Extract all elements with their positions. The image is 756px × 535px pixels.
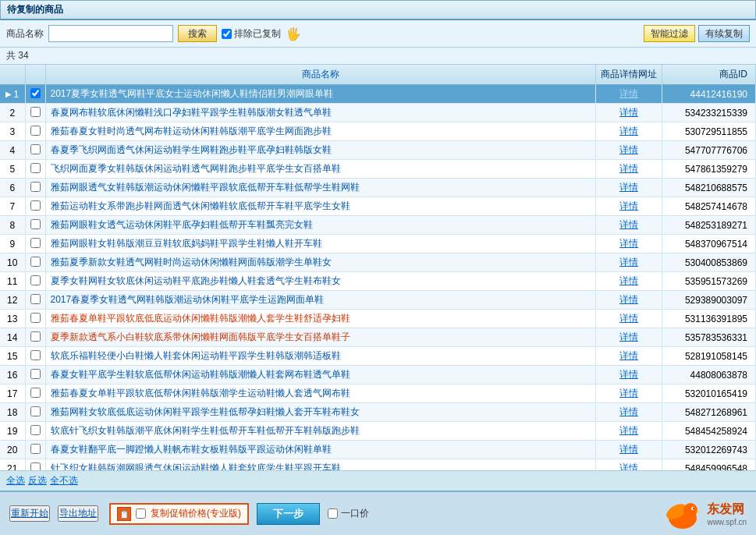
row-checkbox[interactable] — [30, 350, 41, 360]
product-name-input[interactable] — [48, 25, 173, 42]
table-row[interactable]: 20春夏女鞋翻平底一脚蹬懒人鞋帆布鞋女板鞋韩版平跟运动休闲鞋单鞋详情532012… — [0, 441, 756, 459]
detail-link[interactable]: 详情 — [619, 219, 638, 230]
row-checkbox-cell[interactable] — [25, 216, 45, 235]
table-row[interactable]: 17雅茹春夏女单鞋平跟软底低帮休闲鞋韩版潮学生运动鞋懒人套透气网布鞋详情5320… — [0, 384, 756, 403]
row-checkbox[interactable] — [30, 107, 41, 117]
table-row[interactable]: 2春夏网布鞋软底休闲懒鞋浅口孕妇鞋平跟学生鞋韩版潮女鞋透气单鞋详情5342332… — [0, 104, 756, 122]
detail-link[interactable]: 详情 — [619, 313, 638, 324]
row-checkbox-cell[interactable] — [25, 85, 45, 104]
row-detail-link-cell[interactable]: 详情 — [596, 104, 662, 122]
row-detail-link-cell[interactable]: 详情 — [596, 291, 662, 310]
detail-link[interactable]: 详情 — [619, 425, 638, 436]
row-checkbox[interactable] — [30, 444, 41, 454]
row-detail-link-cell[interactable]: 详情 — [596, 328, 662, 347]
row-checkbox[interactable] — [30, 313, 41, 323]
next-step-button[interactable]: 下一步 — [257, 503, 320, 525]
table-row[interactable]: 21针飞织女鞋韩版潮网眼透气休闲运动鞋懒人鞋套软底学生鞋平跟开车鞋详情54845… — [0, 459, 756, 471]
detail-link[interactable]: 详情 — [619, 350, 638, 361]
table-row[interactable]: ▶ 12017夏季女鞋透气网鞋平底女士运动休闲懒人鞋情侣鞋男潮网眼单鞋详情444… — [0, 85, 756, 104]
restart-button[interactable]: 重新开始 — [9, 505, 50, 522]
row-checkbox-cell[interactable] — [25, 141, 45, 160]
row-checkbox[interactable] — [30, 238, 41, 248]
row-checkbox[interactable] — [30, 294, 41, 304]
row-checkbox[interactable] — [30, 88, 41, 98]
detail-link[interactable]: 详情 — [619, 294, 638, 305]
row-checkbox[interactable] — [30, 275, 41, 285]
select-none-button[interactable]: 全不选 — [50, 474, 78, 487]
table-row[interactable]: 7雅茹运动鞋女系带跑步鞋网面透气休闲懒鞋软底低帮开车鞋平底学生女鞋详情54825… — [0, 197, 756, 216]
detail-link[interactable]: 详情 — [619, 182, 638, 193]
row-detail-link-cell[interactable]: 详情 — [596, 85, 662, 104]
row-detail-link-cell[interactable]: 详情 — [596, 366, 662, 384]
row-detail-link-cell[interactable]: 详情 — [596, 441, 662, 459]
table-row[interactable]: 122017春夏季女鞋透气网鞋韩版潮运动休闲鞋平底学生运跑网面单鞋详情52938… — [0, 291, 756, 310]
row-checkbox-cell[interactable] — [25, 403, 45, 422]
row-detail-link-cell[interactable]: 详情 — [596, 403, 662, 422]
table-row[interactable]: 13雅茹春夏单鞋平跟软底低底运动休闲懒鞋韩版潮懒人套学生鞋舒适孕妇鞋详情5311… — [0, 310, 756, 328]
row-detail-link-cell[interactable]: 详情 — [596, 216, 662, 235]
row-checkbox[interactable] — [30, 257, 41, 267]
row-detail-link-cell[interactable]: 详情 — [596, 197, 662, 216]
export-button[interactable]: 导出地址 — [58, 505, 98, 522]
detail-link[interactable]: 详情 — [619, 406, 638, 417]
table-row[interactable]: 18雅茹网鞋女软底低底运动休闲鞋平跟学生鞋低帮孕妇鞋懒人套开车鞋布鞋女详情548… — [0, 403, 756, 422]
row-detail-link-cell[interactable]: 详情 — [596, 272, 662, 291]
detail-link[interactable]: 详情 — [619, 238, 638, 249]
detail-link[interactable]: 详情 — [619, 107, 638, 118]
copy-price-checkbox[interactable] — [136, 508, 146, 519]
row-detail-link-cell[interactable]: 详情 — [596, 384, 662, 403]
row-checkbox[interactable] — [30, 462, 41, 471]
detail-link[interactable]: 详情 — [619, 331, 638, 342]
smart-filter-button[interactable]: 智能过滤 — [644, 25, 695, 42]
table-row[interactable]: 4春夏季飞织网面透气休闲运动鞋学生网鞋跑步鞋平底孕妇鞋韩版女鞋详情5477077… — [0, 141, 756, 160]
select-all-button[interactable]: 全选 — [6, 474, 25, 487]
table-container[interactable]: 商品名称 商品详情网址 商品ID ▶ 12017夏季女鞋透气网鞋平底女士运动休闲… — [0, 65, 756, 470]
row-checkbox-cell[interactable] — [25, 235, 45, 253]
detail-link[interactable]: 详情 — [619, 369, 638, 380]
copy-again-button[interactable]: 有续复制 — [698, 25, 750, 42]
row-checkbox-cell[interactable] — [25, 160, 45, 179]
row-checkbox-cell[interactable] — [25, 328, 45, 347]
one-price-checkbox[interactable] — [328, 508, 338, 519]
row-checkbox-cell[interactable] — [25, 310, 45, 328]
row-detail-link-cell[interactable]: 详情 — [596, 141, 662, 160]
detail-link[interactable]: 详情 — [619, 163, 638, 174]
row-checkbox[interactable] — [30, 331, 41, 342]
search-button[interactable]: 搜索 — [178, 25, 217, 42]
row-checkbox[interactable] — [30, 126, 41, 136]
row-detail-link-cell[interactable]: 详情 — [596, 160, 662, 179]
row-checkbox-cell[interactable] — [25, 197, 45, 216]
row-checkbox-cell[interactable] — [25, 104, 45, 122]
detail-link[interactable]: 详情 — [619, 444, 638, 455]
row-checkbox-cell[interactable] — [25, 291, 45, 310]
row-detail-link-cell[interactable]: 详情 — [596, 253, 662, 272]
invert-button[interactable]: 反选 — [28, 474, 47, 487]
row-detail-link-cell[interactable]: 详情 — [596, 122, 662, 141]
row-checkbox-cell[interactable] — [25, 122, 45, 141]
row-detail-link-cell[interactable]: 详情 — [596, 310, 662, 328]
row-checkbox-cell[interactable] — [25, 347, 45, 366]
row-checkbox[interactable] — [30, 182, 41, 192]
detail-link[interactable]: 详情 — [619, 88, 638, 99]
table-row[interactable]: 9雅茹网眼鞋女鞋韩版潮豆豆鞋软底妈妈鞋平跟学生鞋懒人鞋开车鞋详情54837096… — [0, 235, 756, 253]
table-row[interactable]: 5飞织网面夏季女鞋韩版休闲运动鞋透气网鞋跑步鞋平底学生女百搭单鞋详情547861… — [0, 160, 756, 179]
row-checkbox-cell[interactable] — [25, 459, 45, 471]
detail-link[interactable]: 详情 — [619, 257, 638, 268]
table-row[interactable]: 19软底针飞织女鞋韩版潮平底休闲鞋学生鞋低帮开车鞋低帮开车鞋韩版跑步鞋详情548… — [0, 422, 756, 441]
detail-link[interactable]: 详情 — [619, 126, 638, 136]
table-row[interactable]: 3雅茹春夏女鞋时尚透气网布鞋运动休闲鞋韩版潮平底学生网面跑步鞋详情5307295… — [0, 122, 756, 141]
row-checkbox-cell[interactable] — [25, 441, 45, 459]
row-checkbox[interactable] — [30, 425, 41, 435]
row-checkbox[interactable] — [30, 144, 41, 154]
detail-link[interactable]: 详情 — [619, 462, 638, 470]
detail-link[interactable]: 详情 — [619, 200, 638, 211]
row-checkbox-cell[interactable] — [25, 253, 45, 272]
row-checkbox[interactable] — [30, 369, 41, 379]
row-detail-link-cell[interactable]: 详情 — [596, 459, 662, 471]
table-row[interactable]: 10雅茹夏季新款女鞋透气网鞋时尚运动休闲懒鞋网面韩版潮学生单鞋女详情530400… — [0, 253, 756, 272]
row-checkbox-cell[interactable] — [25, 179, 45, 197]
row-checkbox[interactable] — [30, 406, 41, 416]
exclude-copied-checkbox[interactable] — [222, 29, 232, 39]
table-row[interactable]: 14夏季新款透气系小白鞋软底系带休闲懒鞋网面韩版平底学生女百搭单鞋子详情5357… — [0, 328, 756, 347]
row-checkbox-cell[interactable] — [25, 366, 45, 384]
